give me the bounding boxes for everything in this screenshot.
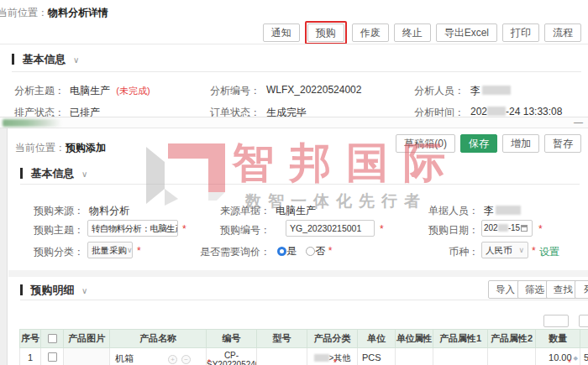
code-label: 预购编号：: [193, 223, 270, 237]
notify-button[interactable]: 通知: [263, 23, 300, 42]
terminate-button[interactable]: 终止: [394, 23, 431, 42]
prepurchase-dialog: 当前位置：预购添加 草稿箱(0) 保存 增加 暂存 基本信息 ∨ 智邦国际 数智…: [0, 128, 588, 365]
detail-table: 序号 产品图片 产品名称 编号 型号 产品分类 单位 单位属性 产品属性1 产品…: [19, 329, 588, 365]
highlight-box: 预购: [305, 21, 347, 44]
analysis-no-value: WLFX_20220524002: [266, 84, 361, 96]
srcdoc-label: 来源单据：: [193, 204, 270, 218]
cell-unit-attr: [396, 348, 433, 365]
print-button[interactable]: 打印: [502, 23, 539, 42]
currency-select[interactable]: 人民币∨: [481, 242, 528, 258]
chevron-down-icon: ∨: [518, 242, 524, 258]
save-button[interactable]: 保存: [460, 134, 497, 153]
divider: [12, 71, 581, 72]
cell-clipped: 5: [580, 348, 588, 365]
section-title: 基本信息: [30, 167, 74, 180]
minimize-icon[interactable]: —: [574, 117, 583, 127]
col-image: 产品图片: [64, 330, 110, 347]
analysis-toolbar: 通知 预购 作废 终止 导出Excel 打印 流程: [263, 21, 581, 44]
source-value: 物料分析: [89, 204, 129, 218]
basic-info-section-header[interactable]: 基本信息 ∨: [12, 51, 79, 67]
basic-info-section-header[interactable]: 基本信息 ∨: [20, 165, 87, 181]
cell-index: 1: [20, 348, 41, 365]
analyst-value: 李: [470, 84, 511, 98]
cell-category: >其他: [307, 348, 358, 365]
required-mark: *: [538, 223, 543, 235]
void-button[interactable]: 作废: [352, 23, 389, 42]
row-checkbox[interactable]: [48, 352, 57, 362]
date-input[interactable]: 202-15: [481, 220, 533, 237]
calendar-icon[interactable]: [521, 225, 528, 232]
section-bar: [12, 54, 14, 65]
zhibang-logo-icon: [143, 140, 230, 211]
breadcrumb-label: 当前位置：: [0, 7, 48, 18]
hold-button[interactable]: 暂存: [544, 134, 581, 153]
col-category: 产品分类: [307, 330, 358, 347]
category-select[interactable]: 批量采购∨: [87, 242, 133, 258]
draftbox-button[interactable]: 草稿箱(0): [396, 134, 455, 153]
flow-button[interactable]: 流程: [544, 23, 581, 42]
section-gap: [8, 270, 588, 277]
date-label: 预购日期：: [418, 223, 479, 237]
detail-section-header[interactable]: 预购明细 ∨: [20, 282, 87, 298]
radio-no[interactable]: [306, 247, 315, 256]
redacted-text: [496, 206, 521, 215]
mini-input[interactable]: [543, 315, 569, 327]
inquiry-radio-group: 是 否 *: [277, 244, 332, 258]
required-mark: *: [532, 245, 536, 257]
dialog-left-gutter: [0, 128, 8, 365]
add-button[interactable]: 增加: [502, 134, 539, 153]
columns-button[interactable]: 列: [575, 280, 588, 299]
radio-no-label[interactable]: 否: [315, 245, 325, 257]
breadcrumb: 当前位置：物料分析详情: [0, 4, 108, 20]
material-analysis-panel: 当前位置：物料分析详情 通知 预购 作废 终止 导出Excel 打印 流程 基本…: [0, 0, 588, 117]
select-all-checkbox[interactable]: [48, 334, 57, 343]
page-title: 物料分析详情: [48, 7, 108, 18]
radio-yes-label[interactable]: 是: [286, 245, 297, 257]
section-bar: [20, 284, 23, 295]
staff-label: 单据人员：: [418, 204, 479, 218]
analysis-topic-label: 分析主题：: [14, 84, 65, 98]
cell-attr2: [488, 348, 536, 365]
page-title: 预购添加: [66, 142, 106, 154]
inquiry-label: 是否需要询价：: [193, 245, 270, 259]
cell-name: 机箱 + −: [110, 348, 207, 365]
mini-input[interactable]: [579, 315, 588, 327]
cell-code: CP- SY2022052400: [207, 348, 257, 365]
required-mark: *: [333, 358, 337, 365]
col-qty: 数量: [536, 330, 580, 347]
prepurchase-button[interactable]: 预购: [307, 23, 344, 42]
analysis-topic-value: 电脑生产 (未完成): [70, 84, 150, 98]
category-label: 预购分类：: [24, 245, 84, 259]
section-title: 基本信息: [22, 53, 66, 65]
radio-yes[interactable]: [277, 247, 286, 256]
section-bar: [20, 168, 23, 179]
required-mark: *: [380, 223, 384, 235]
col-attr1: 产品属性1: [433, 330, 488, 347]
circle-minus-icon[interactable]: −: [181, 355, 191, 364]
qty-stepper-icon[interactable]: ◆: [574, 355, 578, 361]
code-input[interactable]: YG_20230215001: [286, 220, 375, 237]
col-clipped: [580, 330, 588, 347]
currency-settings-link[interactable]: 设置: [539, 245, 559, 259]
topic-label: 预购主题：: [24, 223, 84, 237]
chevron-down-icon[interactable]: ∨: [73, 55, 79, 65]
currency-label: 币种：: [418, 245, 479, 259]
redacted-text: [482, 86, 511, 95]
cell-model: [257, 348, 307, 365]
table-row[interactable]: 1 机箱 + − CP- SY2022052400 >其他 PCS 10.00◆: [19, 348, 588, 365]
divider: [20, 300, 588, 300]
chevron-down-icon[interactable]: ∨: [81, 286, 87, 295]
export-excel-button[interactable]: 导出Excel: [436, 23, 497, 42]
chevron-down-icon[interactable]: ∨: [81, 169, 87, 179]
required-mark: *: [207, 358, 211, 365]
divider: [0, 44, 588, 44]
redacted-text: [314, 354, 329, 362]
watermark-slogan: 数智一体化先行者: [245, 190, 427, 212]
circle-plus-icon[interactable]: +: [168, 355, 177, 364]
topic-input[interactable]: 转自物料分析：电脑生产: [87, 220, 178, 237]
col-name: 产品名称: [110, 330, 207, 347]
table-header-row: 序号 产品图片 产品名称 编号 型号 产品分类 单位 单位属性 产品属性1 产品…: [19, 329, 588, 348]
col-code: 编号: [207, 330, 257, 347]
col-index: 序号: [20, 330, 41, 347]
section-title: 预购明细: [30, 284, 74, 296]
